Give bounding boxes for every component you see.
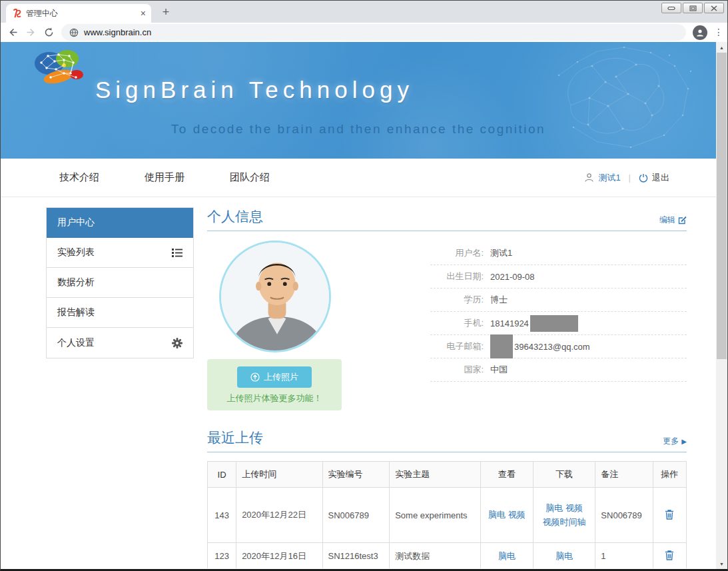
- view-eeg-link[interactable]: 脑电: [498, 551, 516, 561]
- field-value: 测试1: [490, 247, 512, 259]
- restore-button[interactable]: [683, 3, 703, 13]
- browser-tab[interactable]: 管理中心 ×: [6, 4, 151, 23]
- download-eeg-link[interactable]: 脑电: [555, 551, 573, 561]
- scroll-up-icon[interactable]: ▲: [716, 42, 727, 53]
- delete-button[interactable]: [665, 509, 674, 522]
- field-value: 中国: [490, 364, 508, 376]
- browser-profile-avatar[interactable]: [693, 25, 707, 40]
- uploads-table: ID 上传时间 实验编号 实验主题 查看 下载 备注 操作: [207, 461, 687, 568]
- cell-date: 2020年12月22日: [236, 488, 322, 543]
- sidebar-item-data-analysis[interactable]: 数据分析: [47, 268, 193, 298]
- user-icon: [584, 173, 594, 183]
- cell-actions: [653, 488, 686, 543]
- cell-topic: Some experiments: [390, 488, 481, 543]
- profile-section-header: 个人信息 编辑: [207, 207, 687, 231]
- logout-link[interactable]: 退出: [652, 172, 669, 184]
- browser-menu-icon[interactable]: ⋮: [714, 31, 721, 34]
- tab-strip: 管理中心 × +: [1, 1, 727, 23]
- download-timeline-link[interactable]: 视频时间轴: [543, 517, 586, 527]
- close-button[interactable]: [704, 3, 724, 13]
- nav-item-tech-intro[interactable]: 技术介绍: [59, 171, 99, 184]
- field-label: 手机:: [430, 317, 484, 329]
- cell-view: 脑电: [480, 543, 533, 569]
- browser-toolbar: www.signbrain.cn ⋮: [1, 23, 727, 42]
- nav-item-manual[interactable]: 使用手册: [145, 171, 184, 184]
- profile-fields: 用户名: 测试1 出生日期: 2021-09-08 学历: 博士: [430, 242, 687, 382]
- recent-title: 最近上传: [207, 428, 263, 447]
- sidebar-item-label: 用户中心: [57, 217, 95, 229]
- sidebar-item-label: 数据分析: [57, 277, 95, 288]
- col-upload-time: 上传时间: [236, 462, 322, 488]
- tab-title: 管理中心: [26, 8, 137, 19]
- sidebar-item-experiment-list[interactable]: 实验列表: [47, 238, 193, 268]
- minimize-button[interactable]: [661, 3, 681, 13]
- trash-icon: [665, 550, 674, 560]
- upload-photo-button[interactable]: 上传照片: [237, 366, 312, 388]
- recent-uploads-section: 最近上传 更多 ▶: [207, 428, 687, 568]
- upload-button-label: 上传照片: [264, 371, 298, 383]
- more-link[interactable]: 更多 ▶: [663, 436, 687, 447]
- cell-actions: [653, 543, 686, 569]
- power-icon: [639, 173, 648, 183]
- table-row: 123 2020年12月16日 SN1216test3 测试数据 脑电 脑电: [208, 543, 687, 569]
- field-country: 国家: 中国: [430, 358, 687, 382]
- cell-date: 2020年12月16日: [236, 543, 322, 569]
- sidebar-item-label: 实验列表: [57, 247, 95, 259]
- col-note: 备注: [595, 462, 653, 488]
- sidebar-item-personal-settings[interactable]: 个人设置: [47, 328, 193, 358]
- field-label: 电子邮箱:: [430, 340, 484, 352]
- brain-wireframe-graphic: [551, 42, 704, 159]
- signbrain-logo-icon: [31, 47, 89, 89]
- field-label: 学历:: [430, 294, 484, 306]
- scrollbar-thumb[interactable]: [717, 53, 727, 359]
- table-row: 143 2020年12月22日 SN006789 Some experiment…: [208, 488, 687, 543]
- tab-close-icon[interactable]: ×: [141, 9, 146, 18]
- col-experiment-no: 实验编号: [322, 462, 390, 488]
- phone-redaction-box: [530, 315, 578, 332]
- url-text: www.signbrain.cn: [84, 27, 151, 37]
- edit-link[interactable]: 编辑: [659, 215, 687, 226]
- globe-icon: [69, 28, 79, 37]
- profile-photo: [219, 241, 331, 352]
- profile-info: 上传照片 上传照片体验更多功能！ 用户名: 测试1 出生日期:: [207, 241, 687, 412]
- sidebar-item-user-center[interactable]: 用户中心: [47, 208, 193, 238]
- nav-item-team-intro[interactable]: 团队介绍: [230, 171, 270, 184]
- download-video-link[interactable]: 视频: [565, 503, 583, 513]
- download-eeg-link[interactable]: 脑电: [546, 503, 563, 513]
- cell-view: 脑电视频: [480, 488, 533, 543]
- field-label: 出生日期:: [430, 271, 484, 283]
- delete-button[interactable]: [665, 550, 674, 562]
- table-header-row: ID 上传时间 实验编号 实验主题 查看 下载 备注 操作: [208, 462, 687, 488]
- profile-title: 个人信息: [207, 207, 263, 226]
- upload-icon: [250, 372, 260, 382]
- page-scrollbar[interactable]: ▲ ▼: [716, 42, 727, 569]
- nav-username[interactable]: 测试1: [598, 172, 620, 184]
- cell-topic: 测试数据: [390, 543, 481, 569]
- field-value: 博士: [490, 294, 508, 306]
- view-eeg-link[interactable]: 脑电: [488, 510, 506, 520]
- sidebar: 用户中心 实验列表 数据分析: [46, 207, 194, 358]
- url-bar[interactable]: www.signbrain.cn: [61, 24, 686, 41]
- list-icon: [172, 249, 182, 257]
- site-nav: 技术介绍 使用手册 团队介绍 测试1 | 退出: [1, 159, 716, 197]
- scroll-down-icon[interactable]: ▼: [716, 558, 727, 569]
- col-download: 下载: [533, 462, 595, 488]
- field-label: 国家:: [430, 364, 484, 376]
- field-label: 用户名:: [430, 247, 484, 259]
- upload-hint: 上传照片体验更多功能！: [207, 392, 342, 404]
- nav-divider: |: [629, 173, 631, 183]
- col-view: 查看: [480, 462, 533, 488]
- new-tab-button[interactable]: +: [158, 5, 174, 21]
- forward-icon[interactable]: [25, 27, 37, 38]
- col-id: ID: [208, 462, 236, 488]
- back-icon[interactable]: [7, 27, 19, 38]
- reload-icon[interactable]: [43, 27, 55, 38]
- email-redaction-box: [490, 334, 513, 358]
- cell-sn: SN006789: [322, 488, 390, 543]
- edit-icon: [678, 216, 687, 225]
- sidebar-item-report-reading[interactable]: 报告解读: [47, 298, 193, 328]
- cell-download: 脑电视频 视频时间轴: [533, 488, 595, 543]
- site-title: SignBrain Technology: [95, 77, 414, 103]
- field-value: 2021-09-08: [490, 272, 535, 282]
- view-video-link[interactable]: 视频: [508, 510, 526, 520]
